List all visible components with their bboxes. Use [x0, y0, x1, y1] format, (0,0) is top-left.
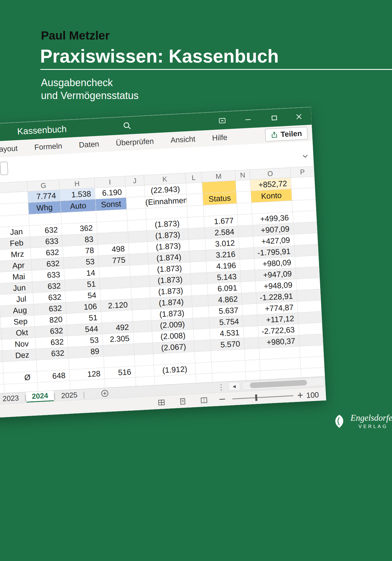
- sheet-tab-2024[interactable]: 2024: [26, 391, 54, 403]
- cell[interactable]: [191, 284, 208, 296]
- cell[interactable]: [236, 180, 251, 192]
- cell[interactable]: [193, 317, 210, 329]
- ribbon-tab-überprüfen[interactable]: Überprüfen: [107, 136, 162, 148]
- cell[interactable]: [96, 209, 127, 222]
- cell[interactable]: [241, 292, 257, 304]
- sonst-cell[interactable]: 775: [98, 254, 130, 267]
- sum-status-cell[interactable]: [202, 181, 236, 194]
- auto-cell[interactable]: 54: [65, 289, 101, 302]
- zoom-slider-thumb[interactable]: [255, 394, 257, 401]
- column-header-P[interactable]: P: [290, 166, 315, 178]
- cell[interactable]: [195, 351, 211, 363]
- status-cell[interactable]: 6.091: [207, 282, 241, 295]
- header-sonst-cell[interactable]: Sonst: [95, 197, 127, 211]
- more-dots-icon[interactable]: ⋮: [217, 383, 225, 392]
- minimize-icon[interactable]: [244, 115, 252, 123]
- whg-cell[interactable]: 632: [31, 257, 64, 270]
- whg-cell[interactable]: 632: [31, 246, 63, 259]
- status-cell[interactable]: 3.012: [205, 237, 239, 250]
- cell[interactable]: [130, 264, 149, 276]
- auto-cell[interactable]: 78: [63, 245, 98, 257]
- cell[interactable]: [135, 376, 155, 386]
- cell[interactable]: [129, 253, 148, 265]
- cell[interactable]: [192, 306, 209, 318]
- cell[interactable]: [188, 217, 204, 229]
- month-cell[interactable]: Mai: [0, 270, 32, 283]
- cell[interactable]: [236, 191, 251, 204]
- cell[interactable]: [298, 323, 323, 335]
- cell[interactable]: [237, 214, 253, 226]
- whg-cell[interactable]: 632: [29, 224, 62, 237]
- month-cell[interactable]: Jul: [0, 293, 33, 306]
- sonst-cell[interactable]: [100, 277, 131, 289]
- cell[interactable]: [133, 332, 153, 344]
- cell[interactable]: [299, 345, 324, 357]
- cell[interactable]: [298, 311, 322, 324]
- search-icon[interactable]: [122, 121, 132, 130]
- cell[interactable]: [189, 250, 206, 262]
- avg-auto-cell[interactable]: 128: [69, 368, 105, 381]
- cell[interactable]: [134, 354, 154, 366]
- auto-cell[interactable]: 362: [61, 222, 97, 235]
- cell[interactable]: [61, 211, 96, 224]
- cell[interactable]: [133, 320, 152, 332]
- cell[interactable]: [299, 334, 323, 346]
- whg-cell[interactable]: 633: [32, 269, 64, 282]
- header-whg-cell[interactable]: Whg: [28, 201, 61, 214]
- cell[interactable]: [29, 213, 62, 226]
- close-icon[interactable]: [295, 112, 303, 121]
- scroll-left-button[interactable]: ◂: [228, 382, 240, 391]
- cell[interactable]: [297, 289, 321, 301]
- cell[interactable]: [126, 197, 146, 209]
- cell[interactable]: [246, 371, 261, 381]
- ribbon-tab-daten[interactable]: Daten: [70, 139, 108, 150]
- cell[interactable]: [193, 328, 210, 341]
- cell[interactable]: [130, 275, 150, 288]
- cell[interactable]: [292, 211, 317, 223]
- add-sheet-icon[interactable]: [100, 389, 109, 398]
- cell[interactable]: [195, 362, 212, 374]
- whg-cell[interactable]: 633: [30, 235, 63, 248]
- cell[interactable]: [294, 244, 319, 256]
- month-cell[interactable]: Jun: [0, 282, 33, 295]
- cell[interactable]: [237, 203, 252, 215]
- ribbon-tab-hilfe[interactable]: Hilfe: [204, 132, 236, 143]
- status-cell[interactable]: 5.637: [209, 304, 243, 317]
- status-cell[interactable]: 1.677: [204, 215, 238, 227]
- cell[interactable]: [297, 300, 322, 312]
- sonst-cell[interactable]: [99, 265, 130, 278]
- sonst-cell[interactable]: [97, 232, 128, 245]
- scrollbar-thumb[interactable]: [250, 380, 307, 388]
- cell[interactable]: [135, 365, 154, 377]
- sum-sonst-cell[interactable]: 6.190: [95, 186, 126, 199]
- cell[interactable]: [196, 373, 213, 383]
- restore-window-icon[interactable]: [270, 114, 278, 122]
- cell[interactable]: [132, 309, 151, 321]
- sonst-cell[interactable]: [101, 310, 133, 323]
- cell[interactable]: [0, 191, 28, 204]
- zoom-in-button[interactable]: +: [297, 389, 303, 401]
- cell[interactable]: [245, 360, 260, 372]
- cell[interactable]: [128, 242, 148, 254]
- zoom-slider-track[interactable]: [232, 395, 293, 399]
- month-cell[interactable]: Aug: [0, 304, 34, 317]
- cell[interactable]: [188, 228, 205, 240]
- chevron-down-icon[interactable]: [301, 152, 310, 161]
- cell[interactable]: [128, 231, 147, 243]
- cell[interactable]: [126, 185, 145, 197]
- cell[interactable]: [239, 247, 254, 259]
- whg-cell[interactable]: 632: [35, 336, 68, 349]
- cell[interactable]: [186, 182, 202, 194]
- cell[interactable]: [211, 349, 245, 362]
- whg-cell[interactable]: 632: [32, 280, 65, 293]
- auto-cell[interactable]: 53: [67, 334, 103, 347]
- column-header-I[interactable]: I: [94, 176, 126, 188]
- sonst-cell[interactable]: 498: [98, 243, 129, 256]
- ribbon-display-options-icon[interactable]: [218, 117, 226, 125]
- name-box[interactable]: [0, 161, 8, 175]
- sonst-cell[interactable]: 2.305: [102, 332, 134, 345]
- avg-label-cell[interactable]: Ø: [3, 371, 38, 384]
- sum-whg-cell[interactable]: 7.774: [27, 190, 60, 203]
- column-header-G[interactable]: G: [27, 180, 60, 191]
- cell[interactable]: [244, 337, 259, 349]
